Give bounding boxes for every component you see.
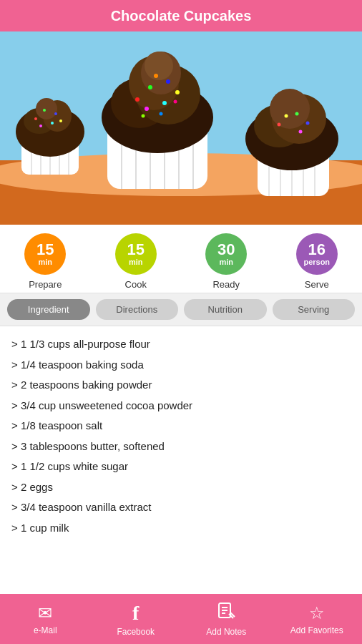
add-favorites-label: Add Favorites xyxy=(290,625,343,635)
prepare-label: Prepare xyxy=(29,279,62,290)
ingredient-item: > 3 tablespoons butter, softened xyxy=(11,439,351,455)
prepare-circle: 15 min xyxy=(24,233,66,275)
ready-unit: min xyxy=(219,258,233,266)
svg-point-34 xyxy=(148,85,152,89)
header: Chocolate Cupcakes xyxy=(0,0,362,31)
svg-point-35 xyxy=(166,79,170,84)
ingredient-item: > 1 1/2 cups white sugar xyxy=(11,459,351,475)
facebook-icon: f xyxy=(132,602,139,625)
ready-number: 30 xyxy=(217,242,235,258)
stat-prepare: 15 min Prepare xyxy=(0,233,91,290)
hero-image xyxy=(0,31,362,225)
svg-point-32 xyxy=(145,52,173,80)
svg-point-53 xyxy=(278,123,281,127)
prepare-number: 15 xyxy=(36,242,54,258)
page-title: Chocolate Cupcakes xyxy=(111,8,252,24)
svg-point-14 xyxy=(34,117,37,120)
serve-unit: person xyxy=(303,258,330,266)
svg-point-13 xyxy=(36,98,57,119)
svg-point-37 xyxy=(145,107,149,111)
ingredient-item: > 1 cup milk xyxy=(11,520,351,537)
ingredient-item: > 1/8 teaspoon salt xyxy=(11,418,351,434)
tab-ingredient[interactable]: Ingredient xyxy=(7,299,90,320)
cook-number: 15 xyxy=(127,242,145,258)
svg-point-52 xyxy=(270,89,310,129)
tab-bar: Ingredient Directions Nutrition Serving xyxy=(0,293,362,326)
serve-circle: 16 person xyxy=(296,233,338,275)
ingredient-item: > 2 teaspoons baking powder xyxy=(11,377,351,394)
stat-ready: 30 min Ready xyxy=(181,233,272,290)
cook-unit: min xyxy=(129,258,143,266)
ingredient-item: > 3/4 teaspoon vanilla extract xyxy=(11,499,351,516)
stat-cook: 15 min Cook xyxy=(91,233,182,290)
nav-add-notes[interactable]: Add Notes xyxy=(181,602,272,637)
svg-point-55 xyxy=(306,122,310,125)
svg-point-15 xyxy=(43,109,46,112)
ingredient-item: > 1 1/3 cups all-purpose flour xyxy=(11,336,351,353)
svg-point-16 xyxy=(54,112,57,115)
svg-point-42 xyxy=(160,112,163,116)
svg-point-41 xyxy=(174,100,177,104)
ingredient-item: > 1/4 teaspoon baking soda xyxy=(11,357,351,374)
svg-point-57 xyxy=(299,130,303,134)
svg-point-36 xyxy=(175,90,180,94)
bottom-nav: ✉ e-Mail f Facebook Add Notes ☆ Add Favo… xyxy=(0,594,362,644)
svg-point-38 xyxy=(162,101,167,105)
svg-point-17 xyxy=(59,119,62,122)
email-label: e-Mail xyxy=(34,625,57,635)
email-icon: ✉ xyxy=(38,603,52,623)
tab-nutrition[interactable]: Nutrition xyxy=(184,299,267,320)
svg-point-40 xyxy=(142,114,145,118)
svg-point-39 xyxy=(154,74,158,78)
nav-add-favorites[interactable]: ☆ Add Favorites xyxy=(272,603,363,635)
facebook-label: Facebook xyxy=(117,627,155,637)
stat-serve: 16 person Serve xyxy=(272,233,363,290)
ready-label: Ready xyxy=(212,279,240,290)
add-notes-icon xyxy=(217,602,235,625)
ingredient-item: > 3/4 cup unsweetened cocoa powder xyxy=(11,398,351,414)
stats-row: 15 min Prepare 15 min Cook 30 min Ready … xyxy=(0,225,362,293)
nav-email[interactable]: ✉ e-Mail xyxy=(0,603,91,635)
tab-directions[interactable]: Directions xyxy=(96,299,179,320)
nav-facebook[interactable]: f Facebook xyxy=(91,602,182,637)
ready-circle: 30 min xyxy=(205,233,247,275)
cook-circle: 15 min xyxy=(115,233,157,275)
svg-point-18 xyxy=(39,125,42,127)
cook-label: Cook xyxy=(125,279,147,290)
svg-point-54 xyxy=(295,112,299,116)
serve-number: 16 xyxy=(308,242,326,258)
svg-point-56 xyxy=(285,114,288,118)
serve-label: Serve xyxy=(305,279,329,290)
ingredient-item: > 2 eggs xyxy=(11,479,351,496)
svg-point-19 xyxy=(51,122,54,125)
prepare-unit: min xyxy=(38,258,52,266)
svg-point-33 xyxy=(135,97,140,102)
add-notes-label: Add Notes xyxy=(206,627,246,637)
ingredient-content: > 1 1/3 cups all-purpose flour > 1/4 tea… xyxy=(0,326,362,601)
tab-serving[interactable]: Serving xyxy=(273,299,356,320)
star-icon: ☆ xyxy=(309,603,325,623)
